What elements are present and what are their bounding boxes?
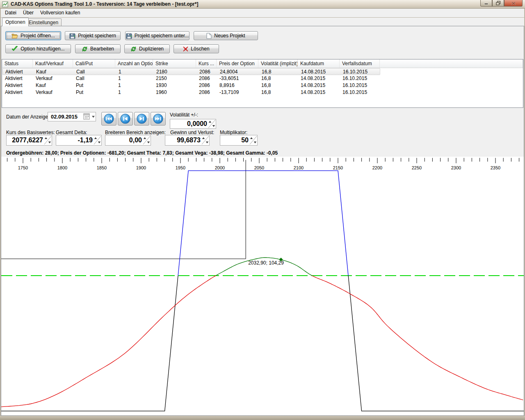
payoff-chart[interactable]: 1750180018501900195020002050210021502200… xyxy=(1,157,524,415)
cell-preis: 24,8004 xyxy=(217,68,259,75)
col-kaufdatum[interactable]: Kaufdatum xyxy=(298,59,340,68)
payoff-chart-canvas[interactable]: 1750180018501900195020002050210021502200… xyxy=(1,157,524,415)
multiplier-value: 50 xyxy=(220,137,249,144)
refresh-icon xyxy=(130,46,137,52)
calendar-dropdown-icon[interactable] xyxy=(83,113,96,120)
col-kurs[interactable]: Kurs ... xyxy=(196,59,217,68)
spin-buttons[interactable] xyxy=(94,135,101,145)
restore-button[interactable] xyxy=(492,0,504,7)
save-project-button[interactable]: Projekt speichern xyxy=(65,31,121,40)
save-project-as-label: Projekt speichern unter... xyxy=(135,33,189,39)
cell-status: Aktiviert xyxy=(3,68,34,75)
cell-status: Aktiviert xyxy=(2,89,33,96)
skip-to-start-button[interactable] xyxy=(101,112,116,126)
date-field[interactable]: 02.09.2015 xyxy=(48,112,96,121)
save-project-as-button[interactable]: Projekt speichern unter... xyxy=(125,31,189,40)
col-anzahl[interactable]: Anzahl an Optio... xyxy=(115,59,153,68)
series-payoff-at-expiry xyxy=(1,276,178,411)
delete-button[interactable]: Löschen xyxy=(173,44,219,53)
x-axis-tick-label: 2000 xyxy=(215,165,225,170)
col-status[interactable]: Status xyxy=(2,59,33,68)
x-axis-tick-label: 1800 xyxy=(57,165,67,170)
cell-preis: 8,8916 xyxy=(217,82,259,89)
cell-anzahl: 1 xyxy=(116,82,153,89)
volatility-label: Volatilität +/-: xyxy=(170,112,198,118)
x-axis-tick-label: 2050 xyxy=(254,165,264,170)
cell-volatilitaet: 16,8 xyxy=(259,75,298,82)
cell-volatilitaet: 16,8 xyxy=(259,82,298,89)
profit-loss-label: Gewinn und Verlust: xyxy=(170,130,214,135)
spin-buttons[interactable] xyxy=(249,135,257,145)
skip-to-start-icon xyxy=(103,113,114,124)
close-button[interactable] xyxy=(504,0,523,7)
tab-strip: Optionen Einstellungen xyxy=(1,18,524,26)
basis-price-field[interactable]: 2077,6227 xyxy=(6,135,52,146)
menu-datei[interactable]: Datei xyxy=(2,9,20,16)
x-axis-tick-label: 1950 xyxy=(176,165,185,170)
step-forward-icon xyxy=(136,113,147,124)
step-forward-button[interactable] xyxy=(134,112,149,126)
cell-status: Aktiviert xyxy=(2,75,33,82)
crosshair-annotation: 2032,90; 104,29 xyxy=(248,260,284,266)
totals-status-line: Ordergebühren: 28,00; Preis der Optionen… xyxy=(6,150,278,156)
wider-range-field[interactable]: 0,00 xyxy=(105,135,151,146)
spin-buttons[interactable] xyxy=(44,135,52,145)
cell-kurs: 2086 xyxy=(197,68,217,75)
step-back-button[interactable] xyxy=(118,112,133,126)
volatility-value: 0,0000 xyxy=(170,120,208,128)
cell-kaufdatum: 14.08.2015 xyxy=(299,68,340,75)
tab-optionen[interactable]: Optionen xyxy=(2,18,29,26)
tab-einstellungen[interactable]: Einstellungen xyxy=(25,18,62,26)
new-project-label: Neues Projekt xyxy=(214,33,245,39)
cell-kauf-verkauf: Verkauf xyxy=(33,75,73,82)
cell-verfallsdatum: 16.10.2015 xyxy=(340,82,380,89)
save-icon xyxy=(69,33,75,39)
edit-button[interactable]: Bearbeiten xyxy=(75,44,121,53)
x-axis-tick-label: 2250 xyxy=(412,165,422,170)
col-volatilitaet[interactable]: Volatität (implizit) xyxy=(258,59,298,68)
delete-x-icon xyxy=(183,46,188,52)
new-project-button[interactable]: Neues Projekt xyxy=(194,31,258,40)
col-kauf-verkauf[interactable]: Kauf/Verkauf xyxy=(33,59,73,68)
open-project-button[interactable]: Projekt öffnen... xyxy=(5,31,61,40)
table-row[interactable]: Aktiviert Verkauf Call 1 2150 2086 -33,6… xyxy=(2,75,380,82)
menu-ueber[interactable]: Über xyxy=(20,9,37,16)
cell-anzahl: 1 xyxy=(116,89,153,96)
save-project-label: Projekt speichern xyxy=(78,33,116,39)
col-call-put[interactable]: Call/Put xyxy=(73,59,115,68)
col-verfallsdatum[interactable]: Verfallsdatum xyxy=(340,59,380,68)
close-icon xyxy=(511,1,516,5)
minimize-button[interactable] xyxy=(480,0,492,7)
add-option-label: Option hinzufügen... xyxy=(21,46,64,52)
cell-strike: 2180 xyxy=(154,68,197,75)
volatility-field[interactable]: 0,0000 xyxy=(170,119,216,129)
col-preis[interactable]: Preis der Option xyxy=(217,59,258,68)
x-axis-tick-label: 2100 xyxy=(294,165,304,170)
x-axis-tick-label: 2300 xyxy=(451,165,461,170)
add-option-button[interactable]: Option hinzufügen... xyxy=(5,44,71,53)
menu-vollversion-kaufen[interactable]: Vollversion kaufen xyxy=(37,9,83,16)
cell-strike: 1960 xyxy=(153,89,196,96)
cell-preis: -33,6051 xyxy=(217,75,259,82)
skip-to-end-icon xyxy=(153,113,164,124)
spin-buttons[interactable] xyxy=(143,135,151,145)
delta-field[interactable]: -1,19 xyxy=(56,135,102,146)
table-row[interactable]: Aktiviert Kauf Put 1 1930 2086 8,8916 16… xyxy=(2,82,380,89)
skip-to-end-button[interactable] xyxy=(151,112,166,126)
multiplier-field[interactable]: 50 xyxy=(220,135,258,146)
spin-buttons[interactable] xyxy=(201,135,209,145)
edit-label: Bearbeiten xyxy=(90,46,114,52)
window-titlebar: CAD-KAS Options Trading Tool 1.0 - Testv… xyxy=(0,0,525,9)
cell-kauf-verkauf: Kauf xyxy=(34,68,74,75)
spin-buttons[interactable] xyxy=(208,119,216,128)
cell-kaufdatum: 14.08.2015 xyxy=(298,89,340,96)
window-controls xyxy=(480,0,523,7)
table-row[interactable]: Aktiviert Kauf Call 1 2180 2086 24,8004 … xyxy=(2,68,380,75)
profit-loss-field[interactable]: 99,6873 xyxy=(165,135,210,146)
refresh-icon xyxy=(82,46,88,52)
duplicate-button[interactable]: Duplizieren xyxy=(124,44,170,53)
col-strike[interactable]: Strike xyxy=(153,59,196,68)
series-payoff-current-date xyxy=(1,276,216,407)
date-label: Datum der Anzeige: xyxy=(6,114,49,120)
table-row[interactable]: Aktiviert Verkauf Put 1 1960 2086 -13,71… xyxy=(2,89,380,96)
